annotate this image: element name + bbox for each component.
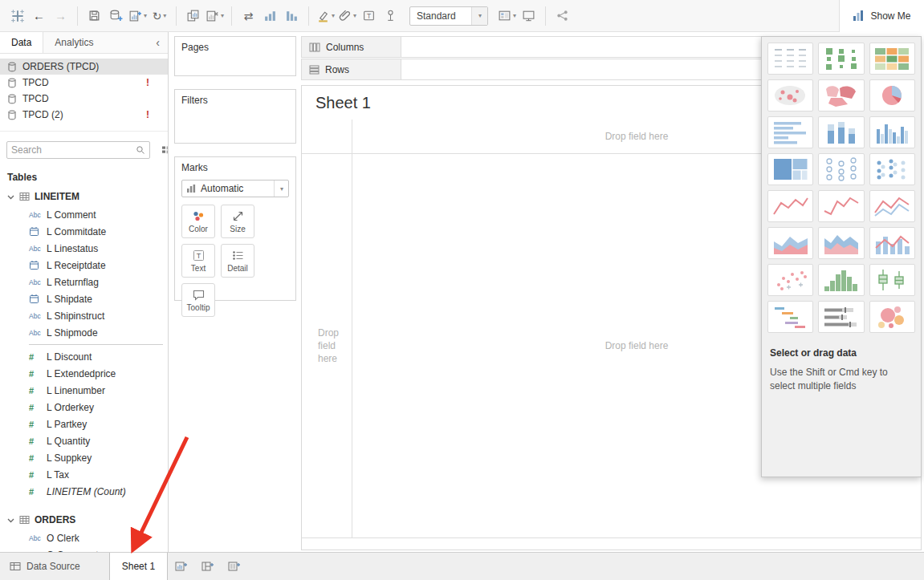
- number-type-icon: #: [29, 487, 47, 497]
- bullet-graph-chart-button[interactable]: [818, 301, 864, 333]
- heat-map-chart-button[interactable]: [818, 43, 864, 75]
- field-row[interactable]: L Shipdate: [0, 290, 168, 307]
- text-table-chart-button[interactable]: [767, 43, 813, 75]
- field-row[interactable]: AbcL Shipmode: [0, 324, 168, 341]
- field-row[interactable]: AbcL Shipinstruct: [0, 307, 168, 324]
- show-hide-cards-button[interactable]: ▾: [496, 5, 518, 27]
- drop-zone-left[interactable]: Drop field here: [302, 154, 352, 537]
- fit-selector[interactable]: Standard▾: [409, 6, 488, 26]
- clear-sheet-button[interactable]: ▾: [204, 5, 226, 27]
- datasource-label: ORDERS (TPCD): [22, 61, 99, 72]
- field-row[interactable]: AbcL Linestatus: [0, 240, 168, 257]
- swap-rows-columns-button[interactable]: ⇄: [238, 5, 259, 27]
- new-dashboard-button[interactable]: [194, 553, 221, 580]
- show-mark-labels-button[interactable]: T: [358, 5, 380, 27]
- scatter-plot-chart-button[interactable]: [767, 264, 813, 296]
- sheet-tab-sheet1[interactable]: Sheet 1: [109, 553, 168, 580]
- undo-button[interactable]: ←: [28, 5, 50, 27]
- datasource-item[interactable]: TPCD (2)!: [0, 107, 168, 123]
- field-row[interactable]: #L Discount: [0, 348, 168, 365]
- field-row[interactable]: #L Orderkey: [0, 399, 168, 416]
- histogram-chart-button[interactable]: [818, 264, 864, 296]
- field-row[interactable]: AbcL Returnflag: [0, 274, 168, 290]
- table-group-lineitem[interactable]: LINEITEM: [0, 186, 168, 206]
- side-by-side-circles-icon: [872, 156, 912, 182]
- continuous-lines-chart-button[interactable]: [767, 190, 813, 222]
- new-worksheet-icon: [128, 9, 142, 22]
- new-story-button[interactable]: [221, 553, 247, 580]
- sort-descending-button[interactable]: [281, 5, 303, 27]
- color-button[interactable]: Color: [181, 205, 215, 238]
- field-label: L Shipinstruct: [47, 310, 104, 322]
- redo-button[interactable]: →: [50, 5, 71, 27]
- discrete-area-chart-button[interactable]: [818, 227, 864, 259]
- refresh-button[interactable]: ↻▾: [149, 5, 170, 27]
- data-source-tab[interactable]: Data Source: [0, 553, 90, 580]
- duplicate-button[interactable]: [182, 5, 204, 27]
- dual-lines-chart-button[interactable]: [869, 190, 915, 222]
- field-row[interactable]: #L Extendedprice: [0, 365, 168, 382]
- box-and-whisker-chart-button[interactable]: [869, 264, 915, 296]
- view-options-button[interactable]: ▾: [161, 145, 169, 155]
- field-row[interactable]: AbcO Clerk: [0, 529, 168, 546]
- stacked-bars-chart-button[interactable]: [818, 116, 864, 148]
- pages-shelf[interactable]: Pages: [174, 36, 296, 76]
- gantt-chart-button[interactable]: [767, 301, 813, 333]
- circle-views-chart-button[interactable]: [818, 153, 864, 185]
- field-row[interactable]: #L Linenumber: [0, 382, 168, 399]
- view-options-icon: [161, 145, 169, 155]
- symbol-map-chart-button[interactable]: [767, 79, 813, 112]
- share-button[interactable]: [552, 5, 573, 27]
- field-row[interactable]: #LINEITEM (Count): [0, 483, 168, 500]
- detail-button[interactable]: Detail: [221, 244, 254, 278]
- presentation-mode-button[interactable]: [518, 5, 539, 27]
- highlight-button[interactable]: ▾: [315, 5, 336, 27]
- size-button[interactable]: Size: [221, 205, 254, 238]
- marks-card[interactable]: Marks Automatic ▾ Color Size TText Detai…: [174, 156, 296, 301]
- new-worksheet-button[interactable]: ▾: [127, 5, 149, 27]
- mark-type-dropdown[interactable]: Automatic ▾: [181, 180, 289, 197]
- save-button[interactable]: [83, 5, 105, 27]
- field-row[interactable]: #L Tax: [0, 466, 168, 483]
- field-row[interactable]: #L Partkey: [0, 416, 168, 432]
- continuous-area-chart-button[interactable]: [767, 227, 813, 259]
- treemap-chart-button[interactable]: [767, 153, 813, 185]
- side-by-side-bars-chart-button[interactable]: [869, 116, 915, 148]
- tab-analytics[interactable]: Analytics: [43, 32, 104, 53]
- tab-data[interactable]: Data: [0, 32, 43, 53]
- field-row[interactable]: L Receiptdate: [0, 257, 168, 274]
- collapse-pane-button[interactable]: ‹: [148, 32, 168, 53]
- show-me-button[interactable]: Show Me: [839, 0, 924, 32]
- field-row[interactable]: AbcL Comment: [0, 206, 168, 223]
- search-input[interactable]: [11, 144, 136, 156]
- datasource-item[interactable]: TPCD: [0, 91, 168, 107]
- bullet-graph-icon: [821, 304, 861, 330]
- filled-map-chart-button[interactable]: [818, 79, 864, 112]
- new-worksheet-tab-button[interactable]: [168, 553, 194, 580]
- field-row[interactable]: L Commitdate: [0, 223, 168, 240]
- search-row: ▾: [0, 132, 168, 162]
- text-button[interactable]: TText: [181, 244, 215, 278]
- field-row[interactable]: #L Suppkey: [0, 449, 168, 466]
- fix-axes-button[interactable]: [380, 5, 401, 27]
- discrete-area-icon: [821, 230, 861, 256]
- datasource-item[interactable]: TPCD!: [0, 75, 168, 91]
- discrete-lines-chart-button[interactable]: [818, 190, 864, 222]
- field-row[interactable]: #L Quantity: [0, 432, 168, 449]
- field-row[interactable]: AbcO Comment: [0, 546, 168, 552]
- add-data-button[interactable]: [105, 5, 127, 27]
- sort-ascending-button[interactable]: [259, 5, 281, 27]
- filters-shelf[interactable]: Filters: [174, 89, 296, 144]
- pie-chart-button[interactable]: [869, 79, 915, 112]
- group-members-button[interactable]: ▾: [336, 5, 358, 27]
- horizontal-bars-chart-button[interactable]: [767, 116, 813, 148]
- datasource-item[interactable]: ORDERS (TPCD): [0, 59, 168, 75]
- toolbar-separator: [545, 6, 546, 26]
- tooltip-button[interactable]: Tooltip: [181, 283, 215, 317]
- table-group-orders[interactable]: ORDERS: [0, 509, 168, 529]
- packed-bubbles-chart-button[interactable]: [869, 301, 915, 333]
- dual-combination-chart-button[interactable]: [869, 227, 915, 259]
- number-type-icon: #: [29, 369, 47, 379]
- side-by-side-circles-chart-button[interactable]: [869, 153, 915, 185]
- highlight-table-chart-button[interactable]: [869, 43, 915, 75]
